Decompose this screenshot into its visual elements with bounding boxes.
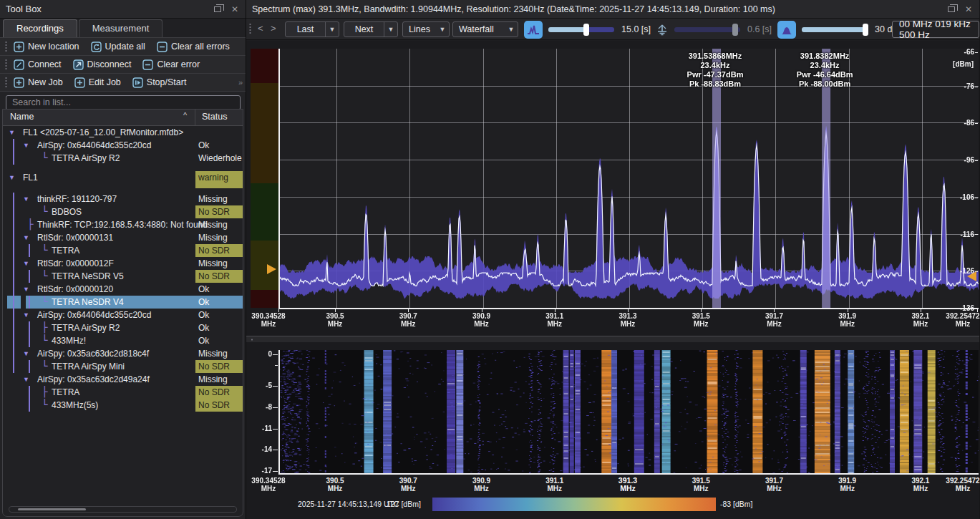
- tree-item-label[interactable]: RtlSdr: 0x00000120: [37, 283, 113, 296]
- back-arrow-button[interactable]: <: [258, 23, 263, 34]
- toolbox-titlebar: Tool Box ✕: [0, 0, 246, 19]
- tree-row[interactable]: └TETRA NeSDR V4Ok: [3, 296, 243, 309]
- spectrum-view-button[interactable]: [524, 21, 543, 39]
- marker-right-icon[interactable]: [967, 271, 976, 281]
- spectrum-icon: [527, 24, 540, 36]
- tree-item-label[interactable]: TETRA NeSDR V4: [52, 296, 124, 309]
- tree-row[interactable]: └TETRANo SDR: [3, 244, 243, 257]
- tree-item-label[interactable]: TETRA AirSpy R2: [52, 152, 120, 165]
- forward-arrow-button[interactable]: >: [271, 23, 276, 34]
- tab-recordings[interactable]: Recordings: [3, 19, 77, 37]
- clear-error-button[interactable]: Clear error: [142, 59, 200, 70]
- expander-arrow-icon[interactable]: ▼: [9, 126, 15, 139]
- tree-item-label[interactable]: AirSpy: 0x644064dc355c20cd: [37, 139, 151, 152]
- tree-item-label[interactable]: TETRA AirSpy R2: [52, 321, 120, 334]
- range-slider[interactable]: [802, 27, 868, 32]
- tree-row[interactable]: ▼thinkRF: 191120-797Missing: [3, 193, 243, 205]
- tree-item-label[interactable]: RtlSdr: 0x00000131: [37, 231, 113, 244]
- expander-arrow-icon[interactable]: ▼: [23, 283, 29, 296]
- tree-row[interactable]: └433MHz(5s)No SDR: [3, 399, 243, 412]
- expander-arrow-icon[interactable]: ▼: [23, 139, 29, 152]
- close-icon[interactable]: ✕: [230, 4, 240, 14]
- tree-row[interactable]: ▼FL1 <2025-07-16_12.00_RfMonitor.mfdb>: [3, 126, 243, 139]
- new-location-button[interactable]: New location: [14, 42, 79, 52]
- float-window-icon[interactable]: [946, 4, 956, 14]
- tree-row[interactable]: └TETRA NeSDR V5No SDR: [3, 270, 243, 283]
- column-header-status[interactable]: Status: [202, 112, 227, 122]
- tree-item-label[interactable]: RtlSdr: 0x0000012F: [37, 257, 114, 270]
- tree-row[interactable]: ├ThinkRF: TCP:192.168.5.43:4880: Not fou…: [3, 218, 243, 231]
- tree-row[interactable]: ▼FL1warning: [3, 171, 243, 188]
- update-all-button[interactable]: Update all: [91, 42, 145, 52]
- tree-item-label[interactable]: BDBOS: [52, 205, 82, 218]
- expander-arrow-icon[interactable]: ▼: [23, 347, 29, 360]
- splitter-handle[interactable]: [251, 338, 254, 341]
- edit-job-button[interactable]: Edit Job: [74, 77, 121, 88]
- clear-all-errors-button[interactable]: Clear all errors: [157, 42, 230, 52]
- tree-item-label[interactable]: 433MHz(5s): [52, 399, 98, 412]
- next-dropdown[interactable]: Next▼: [344, 21, 398, 37]
- search-input[interactable]: Search in list...: [6, 95, 241, 110]
- tree-item-label[interactable]: TETRA: [52, 244, 79, 257]
- persistence-slider[interactable]: [674, 27, 740, 32]
- tree-item-label[interactable]: FL1 <2025-07-16_12.00_RfMonitor.mfdb>: [23, 126, 183, 139]
- tree-item-label[interactable]: AirSpy: 0x644064dc355c20cd: [37, 309, 151, 321]
- expander-arrow-icon[interactable]: ▼: [23, 309, 29, 321]
- tree-row[interactable]: ▼RtlSdr: 0x00000120Ok: [3, 283, 243, 296]
- tree-row[interactable]: └433MHz!Ok: [3, 334, 243, 347]
- toolbar-drag-handle[interactable]: [4, 77, 8, 89]
- waterfall-view-button[interactable]: [777, 21, 796, 39]
- tree-item-label[interactable]: thinkRF: 191120-797: [37, 193, 117, 205]
- new-job-button[interactable]: New Job: [14, 77, 63, 88]
- tree-row[interactable]: └TETRA AirSpy R2Wiederhole: [3, 152, 243, 165]
- tree-row[interactable]: ▼RtlSdr: 0x0000012FMissing: [3, 257, 243, 270]
- tree-item-label[interactable]: FL1: [23, 171, 38, 184]
- tree-row[interactable]: ▼RtlSdr: 0x00000131Missing: [3, 231, 243, 244]
- toolbar-drag-handle[interactable]: [4, 59, 8, 71]
- float-window-icon[interactable]: [213, 4, 223, 14]
- expander-arrow-icon[interactable]: ▼: [23, 231, 29, 244]
- tree-row[interactable]: └TETRA AirSpy MiniNo SDR: [3, 360, 243, 373]
- marker-left-icon[interactable]: [267, 264, 276, 274]
- display-mode-dropdown[interactable]: Lines▼: [402, 21, 450, 37]
- slider-thumb[interactable]: [732, 24, 738, 36]
- toolbar-overflow-chevron[interactable]: »: [238, 78, 243, 87]
- tree-row[interactable]: ├TETRANo SDR: [3, 386, 243, 399]
- tree-row[interactable]: ├TETRA AirSpy R2Ok: [3, 321, 243, 334]
- time-span-slider[interactable]: [548, 27, 614, 32]
- tree-row[interactable]: ▼AirSpy: 0x35ac63dc2d818c4fMissing: [3, 347, 243, 360]
- toolbar-drag-handle[interactable]: [4, 41, 8, 53]
- tree-item-label[interactable]: AirSpy: 0x35ac63dc2d49a24f: [37, 373, 150, 386]
- history-dropdown[interactable]: Last▼: [285, 21, 339, 37]
- stop-start-button[interactable]: Stop/Start: [132, 77, 187, 88]
- tab-measurement[interactable]: Measurement: [79, 19, 162, 37]
- expander-arrow-icon[interactable]: ▼: [23, 257, 29, 270]
- slider-thumb[interactable]: [583, 24, 589, 36]
- tree-item-label[interactable]: ThinkRF: TCP:192.168.5.43:4880: Not foun…: [37, 218, 208, 231]
- close-icon[interactable]: ✕: [964, 4, 974, 14]
- disconnect-button[interactable]: Disconnect: [73, 59, 132, 70]
- tree-item-label[interactable]: AirSpy: 0x35ac63dc2d818c4f: [37, 347, 149, 360]
- waterfall-chart[interactable]: [278, 350, 979, 475]
- tree-row[interactable]: ▼AirSpy: 0x35ac63dc2d49a24fMissing: [3, 373, 243, 386]
- scrollbar-thumb[interactable]: [18, 508, 86, 510]
- expander-arrow-icon[interactable]: ▼: [23, 373, 29, 386]
- tree-row[interactable]: ▼AirSpy: 0x644064dc355c20cdOk: [3, 309, 243, 321]
- tree-item-label[interactable]: TETRA: [52, 386, 79, 399]
- column-header-name[interactable]: Name: [10, 112, 34, 122]
- tree-item-label[interactable]: 433MHz!: [52, 334, 86, 347]
- sort-indicator-icon[interactable]: ^: [183, 111, 187, 120]
- expander-arrow-icon[interactable]: ▼: [9, 171, 15, 184]
- tree-row[interactable]: └BDBOSNo SDR: [3, 205, 243, 218]
- frequency-display[interactable]: 00 MHz 019 kHz 500 Hz: [892, 21, 979, 38]
- toolbar-drag-handle[interactable]: [248, 23, 252, 35]
- view-mode-dropdown[interactable]: Waterfall▼: [452, 21, 518, 37]
- expander-arrow-icon[interactable]: ▼: [23, 193, 29, 205]
- horizontal-scrollbar[interactable]: [9, 506, 237, 513]
- tree-item-label[interactable]: TETRA AirSpy Mini: [52, 360, 125, 373]
- slider-thumb[interactable]: [863, 24, 868, 36]
- connect-button[interactable]: Connect: [14, 59, 62, 70]
- splitter[interactable]: [246, 336, 979, 342]
- tree-row[interactable]: ▼AirSpy: 0x644064dc355c20cdOk: [3, 139, 243, 152]
- tree-item-label[interactable]: TETRA NeSDR V5: [52, 270, 124, 283]
